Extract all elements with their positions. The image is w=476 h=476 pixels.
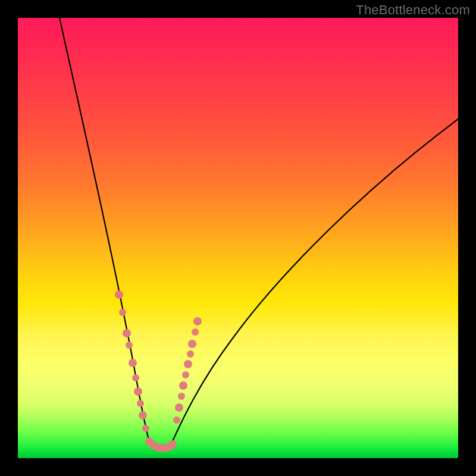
svg-point-6 (134, 387, 142, 396)
svg-point-8 (139, 411, 147, 419)
svg-point-5 (132, 374, 139, 381)
svg-point-15 (182, 371, 189, 378)
svg-point-13 (187, 350, 194, 358)
trough-markers (145, 437, 177, 452)
svg-point-0 (115, 290, 123, 299)
svg-point-4 (129, 359, 137, 367)
svg-point-19 (173, 416, 180, 424)
svg-point-16 (179, 381, 187, 390)
right-branch-curve (170, 119, 458, 446)
svg-point-11 (192, 328, 199, 336)
svg-point-12 (188, 340, 196, 348)
left-branch-markers (115, 290, 149, 432)
svg-point-18 (175, 403, 183, 412)
plot-area (18, 18, 458, 458)
svg-point-14 (184, 360, 192, 368)
right-branch-markers (173, 317, 202, 424)
svg-point-7 (137, 400, 144, 407)
chart-canvas: TheBottleneck.com (0, 0, 476, 476)
curve-layer (18, 18, 458, 458)
watermark-text: TheBottleneck.com (356, 2, 470, 18)
svg-point-1 (119, 309, 126, 316)
svg-point-3 (126, 342, 133, 349)
svg-point-25 (168, 440, 177, 449)
svg-point-10 (193, 317, 202, 325)
svg-point-17 (178, 393, 185, 400)
svg-point-2 (123, 329, 131, 337)
svg-point-9 (142, 425, 149, 432)
